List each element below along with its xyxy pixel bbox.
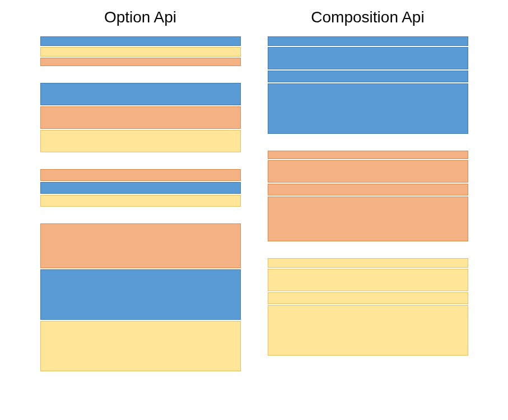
composition-block-orange <box>268 160 468 183</box>
composition-api-blocks <box>268 36 468 372</box>
option-block-blue <box>40 83 241 105</box>
composition-block-orange <box>268 151 468 159</box>
option-block-blue <box>40 36 241 46</box>
composition-block-yellow <box>268 258 468 268</box>
option-group <box>40 223 241 372</box>
option-block-orange <box>40 58 241 66</box>
composition-group <box>268 36 468 135</box>
option-api-title: Option Api <box>40 8 241 26</box>
composition-block-blue <box>268 71 468 82</box>
composition-block-blue <box>268 47 468 69</box>
option-group <box>40 169 241 208</box>
option-block-blue <box>40 269 241 320</box>
option-block-orange <box>40 106 241 129</box>
option-api-column: Option Api <box>40 8 241 420</box>
option-block-blue <box>40 182 241 194</box>
composition-group <box>268 151 468 242</box>
composition-block-blue <box>268 36 468 46</box>
option-block-yellow <box>40 47 241 57</box>
composition-block-blue <box>268 83 468 134</box>
composition-group <box>268 258 468 357</box>
composition-block-orange <box>268 197 468 241</box>
option-block-yellow <box>40 321 241 371</box>
composition-block-yellow <box>268 292 468 304</box>
composition-api-title: Composition Api <box>268 8 468 26</box>
option-block-orange <box>40 223 241 268</box>
option-api-blocks <box>40 36 241 388</box>
option-block-orange <box>40 169 241 181</box>
option-block-yellow <box>40 195 241 207</box>
composition-block-yellow <box>268 269 468 291</box>
option-group <box>40 83 241 153</box>
composition-api-column: Composition Api <box>268 8 468 420</box>
composition-block-orange <box>268 184 468 195</box>
option-group <box>40 36 241 67</box>
option-block-yellow <box>40 130 241 152</box>
composition-block-yellow <box>268 305 468 356</box>
